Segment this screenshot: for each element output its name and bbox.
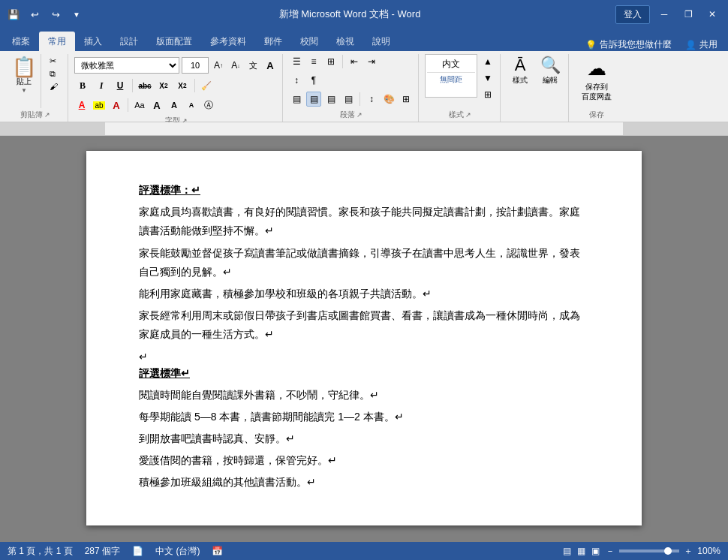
copy-icon: ⧉ bbox=[50, 69, 56, 79]
word-count-text: 287 個字 bbox=[85, 545, 120, 558]
paragraph-group-content: ☰ ≡ ⊞ ⇤ ⇥ ↕ ¶ ▤ ▤ ▤ ▤ ↕ 🎨 ⊞ bbox=[289, 54, 414, 108]
paragraph-dialog-icon[interactable]: ↗ bbox=[356, 111, 362, 119]
page-count[interactable]: 第 1 頁，共 1 頁 bbox=[8, 545, 73, 558]
copy-button[interactable]: ⧉ bbox=[47, 68, 60, 80]
zoom-level[interactable]: 100% bbox=[697, 546, 720, 556]
font-size-input[interactable] bbox=[182, 57, 209, 74]
view-reading-button[interactable]: ▦ bbox=[577, 546, 585, 556]
styles-btn-large[interactable]: Ā 樣式 bbox=[507, 54, 534, 87]
ruler-ticks bbox=[105, 122, 623, 136]
zoom-in-button[interactable]: ＋ bbox=[684, 545, 693, 558]
document-page[interactable]: 評選標準：↵ 家庭成員均喜歡讀書，有良好的閱讀習慣。家長和孩子能共同擬定讀書計劃… bbox=[86, 151, 642, 525]
align-left-button[interactable]: ▤ bbox=[289, 92, 304, 107]
clear-format-button[interactable]: 🧹 bbox=[199, 78, 214, 93]
paste-dropdown-icon[interactable]: ▼ bbox=[21, 87, 27, 94]
clear-formatting-a-button[interactable]: A bbox=[263, 58, 278, 73]
view-normal-button[interactable]: ▤ bbox=[563, 546, 571, 556]
align-right-button[interactable]: ▤ bbox=[323, 92, 338, 107]
subscript-button[interactable]: X2 bbox=[155, 77, 172, 94]
borders-button[interactable]: ⊞ bbox=[399, 92, 414, 107]
justify-button[interactable]: ▤ bbox=[341, 92, 356, 107]
zoom-out-button[interactable]: － bbox=[606, 545, 615, 558]
tell-me-bar[interactable]: 💡 告訴我您想做什麼 bbox=[579, 38, 678, 51]
font-color2-button[interactable]: A bbox=[109, 98, 124, 113]
line-spacing-button[interactable]: ↕ bbox=[364, 92, 379, 107]
redo-icon[interactable]: ↪ bbox=[48, 7, 63, 22]
bold-button[interactable]: B bbox=[74, 77, 91, 94]
styles-group-label: 樣式 ↗ bbox=[425, 108, 495, 122]
font-size-a1[interactable]: A bbox=[149, 98, 164, 113]
tab-references[interactable]: 參考資料 bbox=[201, 32, 255, 51]
format-painter-icon: 🖌 bbox=[50, 82, 58, 91]
edit-btn-large[interactable]: 🔍 編輯 bbox=[537, 54, 564, 87]
strikethrough-button[interactable]: abc bbox=[137, 77, 153, 94]
normal-style[interactable]: 内文 bbox=[427, 58, 475, 71]
baidu-icon: ☁ bbox=[587, 57, 606, 80]
document-area[interactable]: 評選標準：↵ 家庭成員均喜歡讀書，有良好的閱讀習慣。家長和孩子能共同擬定讀書計劃… bbox=[0, 136, 728, 542]
font-size-a3[interactable]: A bbox=[184, 98, 199, 113]
numbering-button[interactable]: ≡ bbox=[306, 54, 321, 69]
superscript-button[interactable]: X2 bbox=[174, 77, 191, 94]
share-button[interactable]: 👤 共用 bbox=[678, 38, 725, 51]
styles-group-content: 内文 無間距 ▲ ▼ ⊞ bbox=[425, 54, 495, 108]
customize-qat-icon[interactable]: ▼ bbox=[69, 7, 84, 22]
highlight-color-button[interactable]: ab bbox=[92, 98, 107, 113]
save-to-baidu-button[interactable]: ☁ 保存到百度网盘 bbox=[576, 54, 618, 104]
view-web-button[interactable]: ▣ bbox=[591, 546, 600, 556]
tab-home[interactable]: 常用 bbox=[39, 32, 75, 51]
word-count[interactable]: 287 個字 bbox=[85, 545, 120, 558]
ribbon-right-area: 💡 告訴我您想做什麼 👤 共用 bbox=[579, 38, 725, 51]
tab-review[interactable]: 校閱 bbox=[291, 32, 327, 51]
divider4 bbox=[342, 55, 343, 68]
styles-dialog-icon[interactable]: ↗ bbox=[465, 111, 471, 119]
tab-file[interactable]: 檔案 bbox=[3, 32, 39, 51]
underline-button[interactable]: U bbox=[112, 77, 128, 94]
paste-icon: 📋 bbox=[12, 57, 36, 77]
divider bbox=[132, 79, 133, 92]
sort-button[interactable]: ↕ bbox=[289, 73, 304, 88]
styles-scroll-down[interactable]: ▼ bbox=[480, 71, 495, 86]
shading-button[interactable]: 🎨 bbox=[381, 92, 396, 107]
edit-mode-icon[interactable]: 📄 bbox=[132, 546, 143, 556]
style-option[interactable]: 無間距 bbox=[427, 72, 475, 85]
change-case-button[interactable]: 文 bbox=[245, 58, 260, 73]
calendar-icon[interactable]: 📅 bbox=[212, 546, 223, 556]
tab-insert[interactable]: 插入 bbox=[75, 32, 111, 51]
tab-mailings[interactable]: 郵件 bbox=[255, 32, 291, 51]
clipboard-dialog-icon[interactable]: ↗ bbox=[44, 111, 50, 119]
multilevel-list-button[interactable]: ⊞ bbox=[323, 54, 338, 69]
paste-button[interactable]: 📋 貼上 ▼ bbox=[8, 54, 41, 108]
font-decrease-button[interactable]: A↓ bbox=[228, 58, 243, 73]
format-painter-button[interactable]: 🖌 bbox=[47, 81, 60, 92]
language-indicator[interactable]: 中文 (台灣) bbox=[155, 545, 200, 558]
cut-button[interactable]: ✂ ✂ bbox=[47, 56, 60, 67]
tab-view[interactable]: 檢視 bbox=[327, 32, 363, 51]
styles-gallery[interactable]: 内文 無間距 bbox=[425, 54, 477, 98]
italic-button[interactable]: I bbox=[93, 77, 110, 94]
zoom-thumb[interactable] bbox=[664, 547, 672, 555]
tab-design[interactable]: 設計 bbox=[111, 32, 147, 51]
login-button[interactable]: 登入 bbox=[615, 5, 650, 24]
word-save-icon[interactable]: 💾 bbox=[6, 7, 21, 22]
show-marks-button[interactable]: ¶ bbox=[306, 73, 321, 88]
tab-help[interactable]: 說明 bbox=[363, 32, 399, 51]
decrease-indent-button[interactable]: ⇤ bbox=[347, 54, 362, 69]
font-size-a2[interactable]: A bbox=[167, 98, 182, 113]
undo-icon[interactable]: ↩ bbox=[27, 7, 42, 22]
zoom-slider[interactable] bbox=[619, 549, 679, 552]
styles-more[interactable]: ⊞ bbox=[480, 87, 495, 102]
restore-button[interactable]: ❐ bbox=[678, 5, 698, 24]
font-color-button[interactable]: A bbox=[74, 98, 89, 113]
tab-layout[interactable]: 版面配置 bbox=[147, 32, 201, 51]
close-button[interactable]: ✕ bbox=[702, 5, 722, 24]
align-center-button[interactable]: ▤ bbox=[306, 92, 321, 107]
font-increase-button[interactable]: A↑ bbox=[211, 58, 226, 73]
minimize-button[interactable]: ─ bbox=[654, 5, 674, 24]
styles-scroll-up[interactable]: ▲ bbox=[480, 54, 495, 69]
increase-indent-button[interactable]: ⇥ bbox=[364, 54, 379, 69]
bullets-button[interactable]: ☰ bbox=[289, 54, 304, 69]
aa-case-button[interactable]: Aa bbox=[132, 98, 147, 113]
font-name-select[interactable]: 微軟雅黑 bbox=[74, 57, 179, 74]
circle-a-button[interactable]: Ⓐ bbox=[201, 98, 216, 113]
document-content[interactable]: 評選標準：↵ 家庭成員均喜歡讀書，有良好的閱讀習慣。家長和孩子能共同擬定讀書計劃… bbox=[139, 181, 589, 492]
